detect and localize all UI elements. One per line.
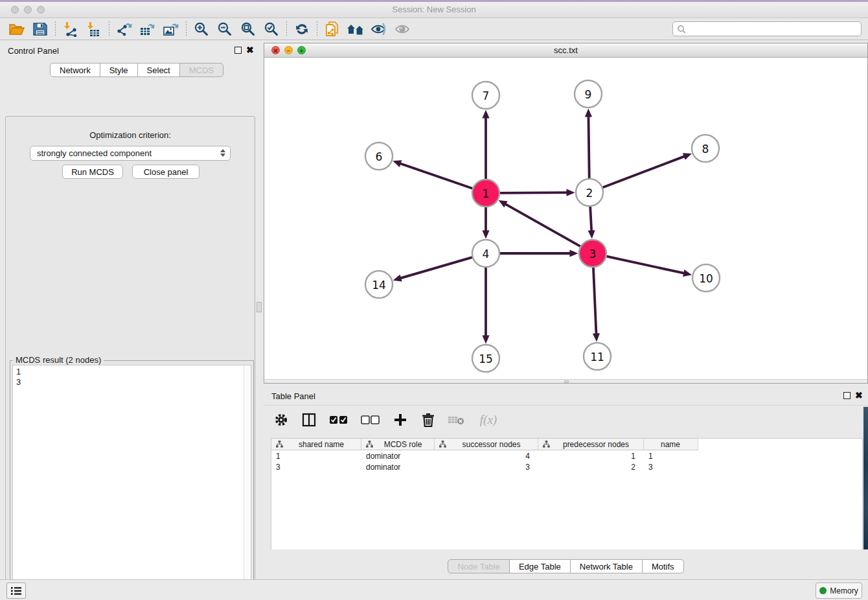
network-graph: 7968124314101511: [264, 58, 867, 380]
mcds-result-textarea[interactable]: 1 3: [12, 365, 251, 600]
tab-edge-table[interactable]: Edge Table: [509, 559, 571, 573]
tab-network-table[interactable]: Network Table: [570, 559, 643, 573]
search-field[interactable]: [672, 21, 862, 36]
graph-edge-1-6[interactable]: [400, 163, 473, 189]
cell-predecessor-nodes[interactable]: 2: [538, 461, 644, 472]
column-header-shared-name[interactable]: shared name: [271, 439, 361, 450]
import-table-icon[interactable]: [82, 19, 106, 39]
table-row[interactable]: 1 dominator 4 1 1: [271, 450, 862, 461]
graph-node-label: 10: [699, 272, 713, 285]
cell-mcds-role[interactable]: dominator: [361, 450, 435, 461]
tab-style[interactable]: Style: [100, 63, 138, 77]
app-titlebar: Session: New Session: [0, 0, 868, 18]
split-columns-icon[interactable]: [301, 411, 317, 428]
tab-network[interactable]: Network: [50, 63, 100, 77]
apply-preferred-layout-icon[interactable]: [290, 19, 314, 39]
close-panel-button[interactable]: Close panel: [132, 165, 200, 179]
table-panel: Table Panel ✖: [264, 386, 868, 577]
save-session-icon[interactable]: [29, 19, 52, 39]
panel-splitter-handle[interactable]: [257, 302, 262, 312]
edge-arrowhead: [482, 231, 489, 239]
search-input[interactable]: [686, 25, 857, 34]
column-header-mcds-role[interactable]: MCDS role: [361, 439, 435, 450]
status-bar: Memory: [0, 579, 868, 600]
mcds-result-title: MCDS result (2 nodes): [13, 355, 104, 365]
toolbar-separator: [186, 21, 187, 37]
mcds-result-group: MCDS result (2 nodes) 1 3: [10, 360, 254, 600]
tab-select[interactable]: Select: [137, 63, 180, 77]
close-panel-icon[interactable]: ✖: [246, 45, 254, 55]
graph-node-label: 1: [483, 187, 490, 200]
zoom-in-icon[interactable]: [190, 19, 213, 39]
cell-name[interactable]: 3: [644, 461, 698, 472]
table-toolbar: f(x): [264, 405, 868, 433]
window-title: Session: New Session: [0, 5, 868, 14]
table-scrollbar-strip[interactable]: [863, 407, 868, 549]
add-column-icon[interactable]: [392, 411, 409, 428]
graph-edge-2-9[interactable]: [588, 115, 589, 178]
graph-node-label: 6: [376, 150, 383, 163]
edge-arrowhead: [683, 270, 692, 277]
deselect-all-icon[interactable]: [360, 411, 381, 428]
settings-gear-icon[interactable]: [273, 411, 290, 428]
tab-node-table[interactable]: Node Table: [448, 559, 510, 573]
zoom-selected-icon[interactable]: [260, 19, 283, 39]
frame-resize-handle[interactable]: [564, 380, 569, 383]
graph-edge-3-1[interactable]: [505, 203, 580, 246]
window-top-edge: [0, 0, 868, 2]
graph-edge-2-8[interactable]: [603, 156, 685, 187]
graph-edge-3-11[interactable]: [593, 268, 597, 335]
float-table-panel-icon[interactable]: [843, 392, 851, 399]
column-header-predecessor-nodes[interactable]: predecessor nodes: [538, 439, 644, 450]
list-icon: [10, 586, 22, 596]
zoom-out-icon[interactable]: [213, 19, 236, 39]
criterion-dropdown[interactable]: strongly connected component: [30, 146, 231, 161]
graph-edge-2-3[interactable]: [590, 207, 591, 232]
hide-selected-icon[interactable]: [367, 19, 391, 39]
control-panel: Control Panel ✖ Network Style Select MCD…: [0, 40, 260, 575]
graph-edge-3-10[interactable]: [606, 257, 685, 273]
first-neighbors-icon[interactable]: [344, 19, 367, 39]
cell-name[interactable]: 1: [644, 450, 698, 461]
tab-mcds[interactable]: MCDS: [179, 63, 223, 77]
export-network-icon[interactable]: [113, 19, 136, 39]
cell-shared-name[interactable]: 1: [271, 450, 361, 461]
toolbar-separator: [109, 21, 109, 37]
open-session-icon[interactable]: [5, 19, 29, 39]
memory-label: Memory: [830, 586, 858, 595]
run-mcds-button[interactable]: Run MCDS: [62, 165, 123, 179]
export-image-icon[interactable]: [159, 19, 183, 39]
float-panel-icon[interactable]: [234, 47, 242, 54]
network-canvas[interactable]: 7968124314101511: [264, 58, 867, 380]
graph-edge-4-14[interactable]: [400, 257, 472, 278]
memory-button[interactable]: Memory: [816, 583, 862, 599]
cell-shared-name[interactable]: 3: [271, 461, 361, 472]
column-header-name[interactable]: name: [644, 439, 698, 450]
task-history-button[interactable]: [6, 583, 26, 599]
close-table-panel-icon[interactable]: ✖: [855, 390, 863, 400]
optimization-criterion-label: Optimization criterion:: [6, 130, 255, 140]
table-row[interactable]: 3 dominator 3 2 3: [271, 461, 862, 472]
cell-successor-nodes[interactable]: 4: [435, 450, 538, 461]
column-header-successor-nodes[interactable]: successor nodes: [435, 439, 538, 450]
network-frame-titlebar: ✕ − + scc.txt: [264, 43, 867, 58]
cell-predecessor-nodes[interactable]: 1: [538, 450, 644, 461]
column-type-icon: [276, 441, 283, 448]
graph-edge-1-2[interactable]: [500, 192, 568, 193]
result-scrollbar[interactable]: [244, 365, 251, 600]
column-type-icon: [366, 441, 373, 448]
import-network-icon[interactable]: [59, 19, 82, 39]
graph-node-label: 8: [702, 143, 709, 156]
delete-column-icon[interactable]: [420, 411, 437, 428]
zoom-fit-icon[interactable]: [236, 19, 260, 39]
tab-motifs[interactable]: Motifs: [642, 559, 684, 573]
show-all-icon[interactable]: [391, 19, 414, 39]
cell-successor-nodes[interactable]: 3: [435, 461, 538, 472]
export-table-icon[interactable]: [136, 19, 159, 39]
cell-mcds-role[interactable]: dominator: [361, 461, 435, 472]
clone-network-icon[interactable]: [321, 19, 344, 39]
select-all-icon[interactable]: [328, 411, 349, 428]
edge-arrowhead: [570, 249, 578, 257]
graph-node-label: 11: [590, 351, 604, 363]
column-type-icon: [439, 441, 446, 448]
